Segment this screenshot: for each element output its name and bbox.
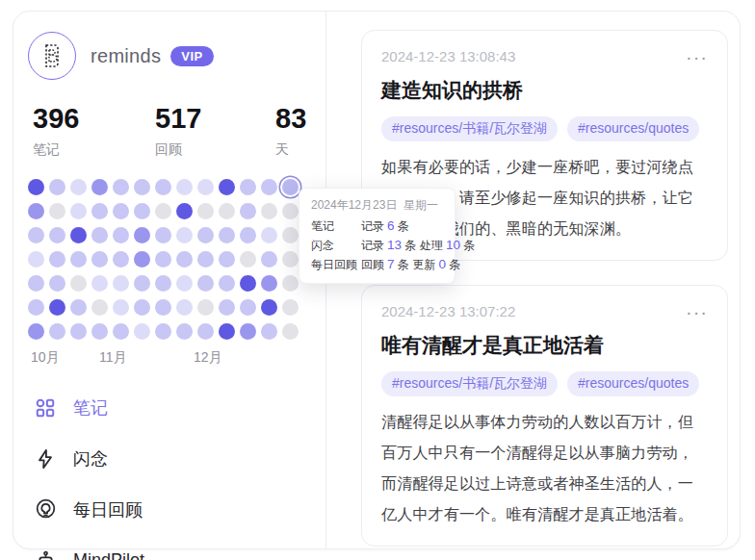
heatmap-day[interactable]: [28, 275, 44, 292]
heatmap-day[interactable]: [261, 227, 277, 243]
vip-badge[interactable]: VIP: [170, 46, 213, 66]
heatmap-day[interactable]: [91, 227, 108, 243]
heatmap-day[interactable]: [282, 251, 299, 267]
heatmap-day[interactable]: [113, 227, 129, 243]
heatmap-day[interactable]: [197, 203, 214, 219]
heatmap-day[interactable]: [134, 251, 150, 267]
more-icon[interactable]: ···: [686, 52, 708, 62]
heatmap-day[interactable]: [49, 275, 65, 292]
heatmap-day[interactable]: [91, 275, 108, 292]
heatmap-day[interactable]: [134, 179, 150, 195]
nav-item-mindpilot[interactable]: MindPilot: [34, 535, 325, 560]
more-icon[interactable]: ···: [686, 307, 708, 317]
heatmap-day[interactable]: [28, 203, 44, 219]
heatmap-day[interactable]: [70, 227, 87, 243]
heatmap-day[interactable]: [28, 251, 44, 267]
heatmap-day[interactable]: [240, 275, 256, 292]
heatmap-day[interactable]: [70, 299, 87, 316]
heatmap-day-selected[interactable]: [282, 179, 299, 195]
heatmap-day[interactable]: [70, 251, 87, 267]
heatmap-day[interactable]: [155, 275, 171, 292]
heatmap-day[interactable]: [70, 275, 87, 292]
heatmap-day[interactable]: [91, 299, 108, 316]
heatmap-day[interactable]: [197, 323, 214, 340]
heatmap-day[interactable]: [134, 323, 150, 340]
heatmap-day[interactable]: [282, 323, 299, 340]
heatmap-day[interactable]: [113, 179, 129, 195]
heatmap-day[interactable]: [219, 275, 235, 292]
note-card[interactable]: 2024-12-23 13:07:22 ··· 唯有清醒才是真正地活着 #res…: [361, 285, 728, 547]
heatmap-day[interactable]: [28, 323, 44, 340]
heatmap-day[interactable]: [176, 203, 193, 219]
heatmap-day[interactable]: [240, 203, 256, 219]
heatmap-day[interactable]: [155, 251, 171, 267]
heatmap-day[interactable]: [176, 299, 193, 316]
heatmap-day[interactable]: [176, 179, 193, 195]
heatmap-day[interactable]: [261, 179, 277, 195]
heatmap-day[interactable]: [155, 323, 171, 340]
heatmap-day[interactable]: [70, 323, 87, 340]
heatmap-day[interactable]: [113, 251, 129, 267]
heatmap-day[interactable]: [49, 323, 65, 340]
heatmap-day[interactable]: [197, 251, 214, 267]
heatmap-day[interactable]: [176, 323, 193, 340]
heatmap-day[interactable]: [70, 203, 87, 219]
heatmap-day[interactable]: [28, 299, 44, 316]
heatmap-day[interactable]: [49, 227, 65, 243]
heatmap-day[interactable]: [134, 227, 150, 243]
heatmap-day[interactable]: [70, 179, 87, 195]
heatmap-day[interactable]: [240, 299, 256, 316]
heatmap-day[interactable]: [261, 299, 277, 316]
heatmap-day[interactable]: [49, 179, 65, 195]
heatmap-day[interactable]: [134, 203, 150, 219]
heatmap-day[interactable]: [113, 323, 129, 340]
heatmap-day[interactable]: [219, 299, 235, 316]
heatmap-day[interactable]: [197, 275, 214, 292]
heatmap-day[interactable]: [176, 275, 193, 292]
heatmap-day[interactable]: [113, 203, 129, 219]
heatmap-day[interactable]: [49, 203, 65, 219]
heatmap-day[interactable]: [261, 203, 277, 219]
heatmap-day[interactable]: [197, 179, 214, 195]
heatmap-day[interactable]: [176, 227, 193, 243]
heatmap-day[interactable]: [261, 251, 277, 267]
nav-item-flash-thoughts[interactable]: 闪念: [34, 433, 325, 484]
heatmap-day[interactable]: [240, 323, 256, 340]
tag[interactable]: #resources/书籍/瓦尔登湖: [381, 116, 558, 141]
heatmap-day[interactable]: [113, 299, 129, 316]
heatmap-day[interactable]: [176, 251, 193, 267]
heatmap-day[interactable]: [113, 275, 129, 292]
heatmap-day[interactable]: [261, 323, 277, 340]
heatmap-day[interactable]: [91, 179, 108, 195]
heatmap-day[interactable]: [219, 179, 235, 195]
heatmap-day[interactable]: [197, 227, 214, 243]
heatmap-day[interactable]: [28, 179, 44, 195]
heatmap-day[interactable]: [155, 227, 171, 243]
tag[interactable]: #resources/quotes: [567, 371, 699, 396]
heatmap-day[interactable]: [219, 323, 235, 340]
heatmap-day[interactable]: [219, 227, 235, 243]
heatmap-day[interactable]: [155, 203, 171, 219]
tag[interactable]: #resources/quotes: [567, 116, 699, 141]
heatmap-day[interactable]: [91, 323, 108, 340]
heatmap-day[interactable]: [155, 299, 171, 316]
heatmap-day[interactable]: [28, 227, 44, 243]
heatmap-day[interactable]: [261, 275, 277, 292]
heatmap-day[interactable]: [282, 203, 299, 219]
heatmap-day[interactable]: [240, 227, 256, 243]
heatmap-day[interactable]: [282, 275, 299, 292]
heatmap-day[interactable]: [219, 203, 235, 219]
heatmap-day[interactable]: [134, 299, 150, 316]
heatmap-day[interactable]: [49, 251, 65, 267]
heatmap-day[interactable]: [240, 179, 256, 195]
heatmap-day[interactable]: [91, 203, 108, 219]
heatmap-day[interactable]: [240, 251, 256, 267]
heatmap-day[interactable]: [282, 299, 299, 316]
nav-item-daily-review[interactable]: 每日回顾: [34, 484, 325, 535]
heatmap-day[interactable]: [91, 251, 108, 267]
heatmap-day[interactable]: [282, 227, 299, 243]
heatmap-day[interactable]: [197, 299, 214, 316]
heatmap-day[interactable]: [134, 275, 150, 292]
tag[interactable]: #resources/书籍/瓦尔登湖: [381, 371, 558, 396]
heatmap-day[interactable]: [49, 299, 65, 316]
